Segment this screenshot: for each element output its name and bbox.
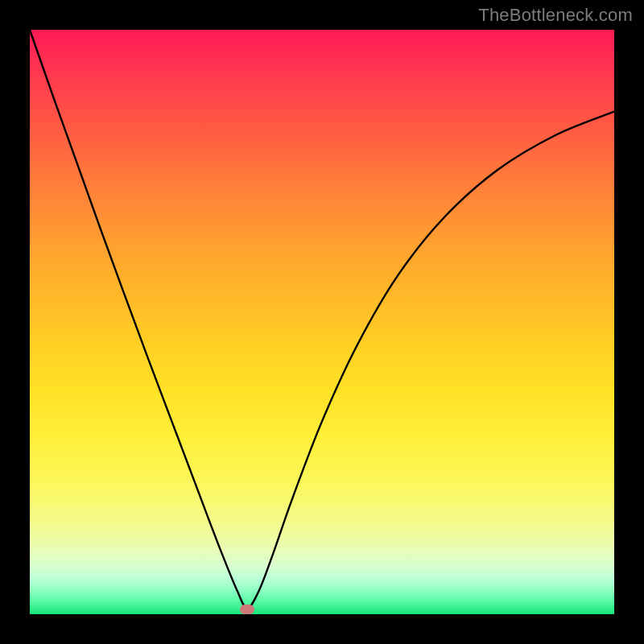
optimum-marker bbox=[240, 605, 254, 614]
plot-area bbox=[30, 30, 614, 614]
curve-svg bbox=[30, 30, 614, 614]
chart-frame: TheBottleneck.com bbox=[0, 0, 644, 644]
bottleneck-curve bbox=[30, 30, 614, 609]
watermark-text: TheBottleneck.com bbox=[478, 5, 633, 26]
